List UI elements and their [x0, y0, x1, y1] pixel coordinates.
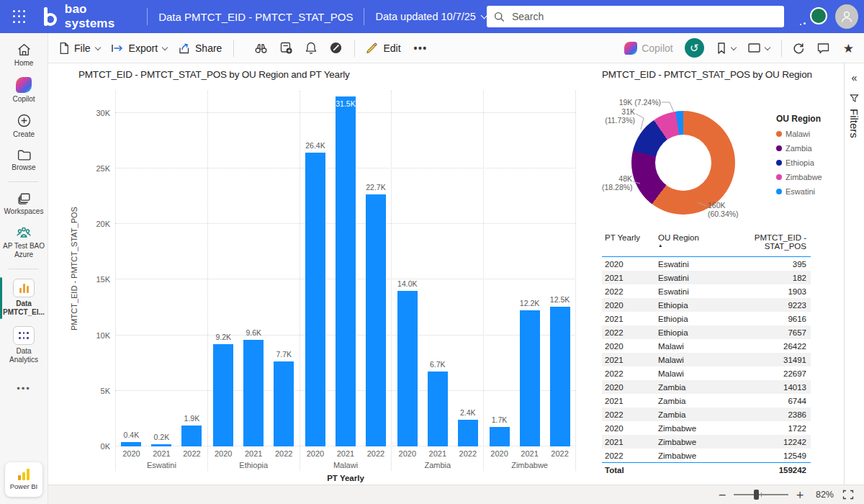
bar-value-label: 0.4K	[124, 431, 140, 439]
notifications-button[interactable]	[305, 41, 318, 55]
copilot-button[interactable]: Copilot	[624, 42, 673, 55]
column-header-pt-yearly[interactable]: PT Yearly	[602, 233, 658, 251]
bar-zambia-2022[interactable]	[458, 420, 478, 446]
bar-zimbabwe-2022[interactable]	[550, 307, 570, 446]
zoom-slider[interactable]	[734, 494, 788, 495]
toolbar-more-button[interactable]: •••	[414, 42, 428, 54]
find-button[interactable]	[254, 42, 268, 55]
sidebar-item-copilot[interactable]: Copilot	[0, 77, 48, 104]
table-row[interactable]: 2020Zimbabwe1722	[602, 421, 811, 435]
column-header-value[interactable]: PMTCT_EID - STAT_POS	[730, 233, 811, 251]
pencil-icon	[365, 41, 379, 55]
table-row[interactable]: 2020Ethiopia9223	[602, 298, 811, 312]
bar-eswatini-2021[interactable]	[151, 444, 171, 446]
subscribe-button[interactable]	[279, 41, 293, 55]
table-cell: 2020	[602, 301, 658, 310]
table-row[interactable]: 2021Zimbabwe12242	[602, 435, 811, 449]
bar-value-label: 12.2K	[520, 299, 539, 307]
y-axis-tick-label: 20K	[96, 220, 110, 228]
x-axis-year-label: 2021	[330, 449, 361, 458]
presence-badge[interactable]	[810, 7, 828, 26]
zoom-in-button[interactable]: +	[793, 489, 807, 500]
search-bar[interactable]	[487, 6, 784, 27]
bar-eswatini-2020[interactable]	[121, 442, 141, 446]
fit-to-page-button[interactable]	[842, 490, 854, 500]
bar-group-zambia: 14.0K6.7K2.4K202020212022Zambia	[392, 91, 484, 471]
table-row[interactable]: 2020Malawi26422	[602, 339, 811, 353]
legend-item-ethiopia[interactable]: Ethiopia	[776, 158, 822, 167]
bar-zimbabwe-2020[interactable]	[490, 427, 510, 446]
sidebar-item-ap-test-bao-azure[interactable]: AP Test BAO Azure	[0, 225, 48, 259]
column-header-ou-region[interactable]: OU Region ▲	[658, 233, 730, 251]
expand-filters-button[interactable]: «	[852, 72, 858, 84]
x-axis-group-label: Zambia	[392, 461, 483, 469]
legend-item-zimbabwe[interactable]: Zimbabwe	[776, 173, 822, 181]
sidebar-item-data-analytics[interactable]: Data Analytics	[0, 326, 48, 364]
table-row[interactable]: 2021Malawi31491	[602, 353, 811, 366]
table-row[interactable]: 2022Ethiopia7657	[602, 325, 811, 339]
reset-default-view-button[interactable]: ↺	[685, 38, 704, 58]
legend-item-eswatini[interactable]: Eswatini	[776, 187, 822, 196]
bar-malawi-2021[interactable]	[336, 96, 356, 446]
sidebar-more-button[interactable]: •••	[17, 383, 31, 394]
bar-ethiopia-2022[interactable]	[274, 361, 294, 446]
file-menu[interactable]: File	[58, 42, 100, 55]
view-menu[interactable]	[747, 42, 770, 53]
bar-malawi-2020[interactable]	[305, 153, 325, 446]
table-header[interactable]: PT Yearly OU Region ▲ PMTCT_EID - STAT_P…	[602, 233, 811, 257]
sidebar-item-home[interactable]: Home	[0, 42, 48, 68]
bar-malawi-2022[interactable]	[366, 194, 386, 446]
table-row[interactable]: 2022Eswatini1903	[602, 284, 811, 298]
favorite-star-icon[interactable]: ★	[843, 41, 854, 55]
powerbi-app-button[interactable]: Power BI	[5, 462, 42, 497]
zoom-slider-handle[interactable]	[754, 490, 759, 500]
bar-zambia-2021[interactable]	[428, 372, 448, 446]
sidebar-item-create[interactable]: Create	[0, 113, 48, 139]
table-cell: 1722	[730, 424, 811, 433]
bar-value-label: 26.4K	[305, 141, 325, 150]
comments-button[interactable]	[816, 42, 830, 55]
table-row[interactable]: 2022Malawi22697	[602, 366, 811, 380]
bao-systems-logo[interactable]: bao systems	[44, 2, 136, 31]
bar-zimbabwe-2021[interactable]	[520, 310, 540, 446]
data-updated-dropdown[interactable]: Data updated 10/7/25	[375, 11, 486, 22]
waffle-menu-icon[interactable]	[12, 9, 27, 24]
bar-group-ethiopia: 9.2K9.6K7.7K202020212022Ethiopia	[208, 91, 300, 471]
legend-item-malawi[interactable]: Malawi	[776, 130, 822, 138]
table-row[interactable]: 2020Eswatini395	[602, 257, 811, 271]
donut-chart[interactable]	[631, 111, 735, 215]
share-button[interactable]: Share	[177, 42, 222, 55]
bookmarks-menu[interactable]	[716, 42, 736, 55]
refresh-button[interactable]	[792, 42, 805, 55]
legend-item-zambia[interactable]: Zambia	[776, 144, 822, 153]
sidebar-item-data-pmtct[interactable]: Data PMTCT_EI...	[0, 279, 48, 317]
legend-label: Zambia	[786, 144, 812, 153]
table-row[interactable]: 2022Zambia2386	[602, 408, 811, 421]
comment-icon	[816, 42, 830, 55]
table-row[interactable]: 2022Zimbabwe12549	[602, 449, 811, 462]
zoom-out-button[interactable]: −	[716, 489, 730, 500]
table-row[interactable]: 2021Ethiopia9616	[602, 312, 811, 325]
bar-ethiopia-2021[interactable]	[243, 340, 264, 446]
bar-ethiopia-2020[interactable]	[213, 344, 233, 446]
edit-button[interactable]: Edit	[365, 41, 400, 55]
sidebar-item-workspaces[interactable]: Workspaces	[0, 192, 48, 216]
filter-funnel-icon[interactable]	[850, 94, 859, 103]
metrics-button[interactable]	[329, 41, 343, 55]
donut-legend: OU Region MalawiZambiaEthiopiaZimbabweEs…	[776, 114, 822, 196]
table-cell: 31491	[730, 356, 811, 364]
bar-zambia-2020[interactable]	[397, 291, 418, 446]
search-input[interactable]	[510, 10, 777, 23]
sidebar-item-browse[interactable]: Browse	[0, 148, 48, 172]
bar-eswatini-2022[interactable]	[181, 426, 202, 446]
table-cell: 2020	[602, 342, 658, 351]
table-row[interactable]: 2021Eswatini182	[602, 271, 811, 284]
copilot-icon	[624, 42, 637, 55]
table-cell: Malawi	[658, 369, 730, 378]
table-row[interactable]: 2020Zambia14013	[602, 380, 811, 394]
export-menu[interactable]: Export	[110, 42, 167, 54]
zoom-percentage: 82%	[816, 490, 834, 500]
avatar[interactable]	[835, 4, 858, 29]
filters-label[interactable]: Filters	[848, 109, 860, 138]
table-row[interactable]: 2021Zambia6744	[602, 394, 811, 408]
